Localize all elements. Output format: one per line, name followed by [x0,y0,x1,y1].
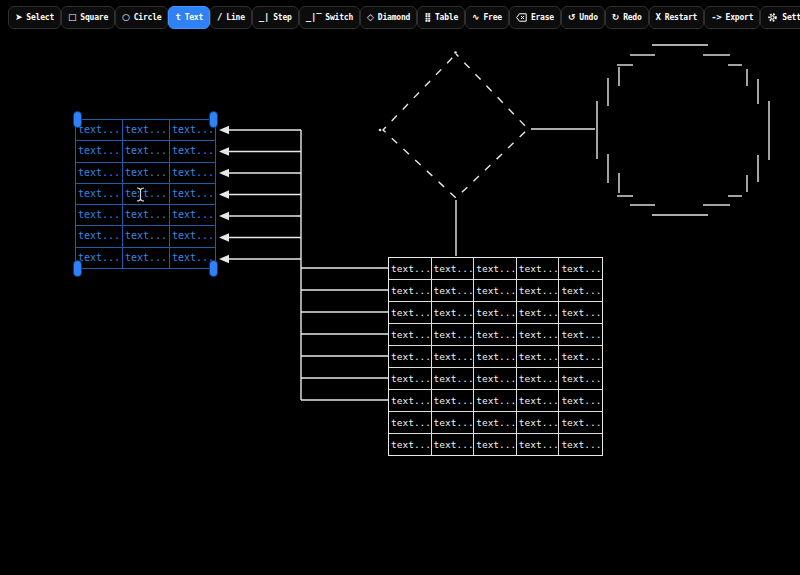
table-cell[interactable]: text... [559,368,602,390]
table-cell[interactable]: text... [76,226,123,247]
table-cell[interactable]: text... [123,120,170,141]
table-cell[interactable]: text... [432,390,475,412]
table-cell[interactable]: text... [123,163,170,184]
table-cell[interactable]: text... [76,163,123,184]
table-cell[interactable]: text... [432,280,475,302]
table-cell[interactable]: text... [474,412,517,434]
diamond-left-dot [379,129,382,132]
table-cell[interactable]: text... [170,163,215,184]
table-cell[interactable]: text... [559,412,602,434]
table-cell[interactable]: text... [170,141,215,162]
table-cell[interactable]: text... [432,346,475,368]
table-cell[interactable]: text... [432,368,475,390]
table-cell[interactable]: text... [474,280,517,302]
table-cell[interactable]: text... [170,205,215,226]
table-cell[interactable]: text... [474,324,517,346]
selection-handle-top-left[interactable] [74,112,81,127]
arrow-head [219,212,229,220]
arrow-head [219,169,229,177]
arrow-head [219,126,229,134]
diamond-shape[interactable] [383,54,528,198]
i-beam-cursor [134,186,147,203]
arrow-head [219,147,229,155]
selection-handle-top-right[interactable] [210,112,217,127]
table-cell[interactable]: text... [517,280,560,302]
table-cell[interactable]: text... [432,434,475,455]
table-cell[interactable]: text... [123,141,170,162]
table-cell[interactable]: text... [123,248,170,268]
table-cell[interactable]: text... [76,205,123,226]
table-cell[interactable]: text... [76,141,123,162]
table-cell[interactable]: text... [517,412,560,434]
table-cell[interactable]: text... [559,280,602,302]
table-cell[interactable]: text... [517,434,560,455]
table-cell[interactable]: text... [474,368,517,390]
table-cell[interactable]: text... [517,324,560,346]
table-cell[interactable]: text... [389,302,432,324]
table-cell[interactable]: text... [559,258,602,280]
table-cell[interactable]: text... [559,324,602,346]
table-cell[interactable]: text... [517,346,560,368]
table-cell[interactable]: text... [170,120,215,141]
arrow-head [219,255,229,263]
table-cell[interactable]: text... [389,280,432,302]
table-cell[interactable]: text... [432,258,475,280]
table-cell[interactable]: text... [474,390,517,412]
table-cell[interactable]: text... [389,434,432,455]
table-cell[interactable]: text... [389,324,432,346]
diamond-top-dot [454,51,457,54]
table-cell[interactable]: text... [170,248,215,268]
table-cell[interactable]: text... [76,248,123,268]
arrow-head [219,190,229,198]
table-cell[interactable]: text... [432,412,475,434]
table-cell[interactable]: text... [517,368,560,390]
drawing-canvas[interactable]: ➤Select□Square○CircletText/Line_|Step_|‾… [0,0,800,575]
arrow-head [219,233,229,241]
table-cell[interactable]: text... [474,258,517,280]
table-cell[interactable]: text... [170,226,215,247]
table-cell[interactable]: text... [559,346,602,368]
table-cell[interactable]: text... [517,302,560,324]
selection-handle-bottom-right[interactable] [210,261,217,276]
table-cell[interactable]: text... [123,205,170,226]
table-cell[interactable]: text... [76,184,123,205]
table-cell[interactable]: text... [389,258,432,280]
table-cell[interactable]: text... [432,302,475,324]
table-cell[interactable]: text... [559,302,602,324]
flow-text-table[interactable]: text...text...text...text...text...text.… [388,257,603,456]
table-cell[interactable]: text... [474,346,517,368]
table-cell[interactable]: text... [474,302,517,324]
table-cell[interactable]: text... [123,226,170,247]
table-cell[interactable]: text... [76,120,123,141]
table-cell[interactable]: text... [389,412,432,434]
table-cell[interactable]: text... [389,368,432,390]
table-cell[interactable]: text... [432,324,475,346]
table-cell[interactable]: text... [559,390,602,412]
table-cell[interactable]: text... [170,184,215,205]
table-cell[interactable]: text... [559,434,602,455]
table-cell[interactable]: text... [389,390,432,412]
table-cell[interactable]: text... [517,390,560,412]
table-cell[interactable]: text... [474,434,517,455]
selection-handle-bottom-left[interactable] [74,261,81,276]
table-cell[interactable]: text... [517,258,560,280]
table-cell[interactable]: text... [389,346,432,368]
